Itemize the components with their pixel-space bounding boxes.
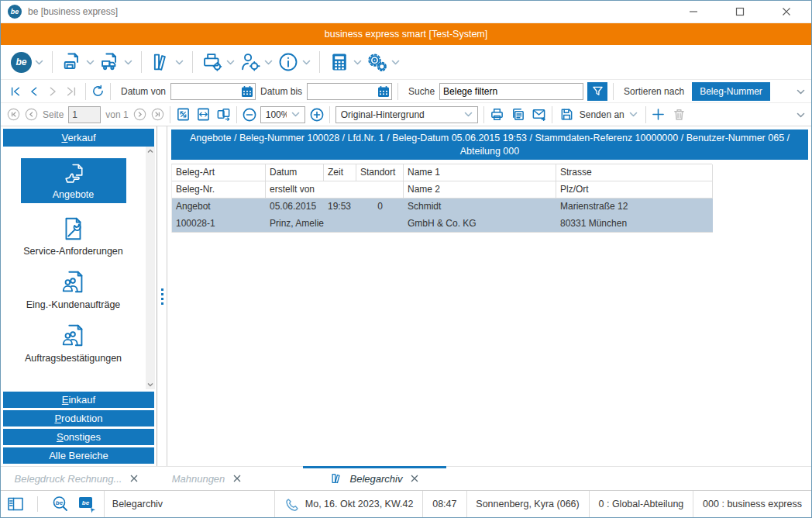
sidebar-section-einkauf[interactable]: Einkauf	[3, 392, 154, 408]
sidebar-section-label: Verkauf	[61, 132, 95, 143]
multi-page-view-button[interactable]	[216, 107, 231, 122]
scroll-up-icon[interactable]	[147, 148, 153, 154]
sidebar-item-service-anforderungen[interactable]: Service-Anforderungen	[23, 215, 123, 257]
archive-menu-button[interactable]	[148, 50, 186, 74]
table-cell-standort[interactable]: 0	[356, 199, 404, 216]
sort-by-button[interactable]: Beleg-Nummer	[692, 82, 770, 101]
svg-text:be: be	[56, 499, 64, 506]
table-cell-name1[interactable]: Schmidt	[404, 199, 556, 216]
previous-page-button[interactable]	[25, 108, 38, 121]
scroll-down-icon[interactable]	[147, 382, 153, 388]
column-header[interactable]: Name 1	[404, 164, 556, 181]
last-record-button[interactable]	[66, 86, 77, 97]
close-tab-icon[interactable]	[410, 474, 419, 483]
info-menu-button[interactable]	[275, 50, 313, 74]
column-header[interactable]: Beleg-Nr.	[172, 181, 266, 199]
next-page-button[interactable]	[133, 108, 146, 121]
books-icon	[150, 51, 172, 73]
email-button[interactable]	[532, 107, 546, 122]
phone-icon[interactable]	[284, 497, 299, 512]
sidebar-section-alle-bereiche[interactable]: Alle Bereiche	[3, 447, 154, 464]
column-header[interactable]: Plz/Ort	[556, 181, 713, 199]
sidebar-scrollbar[interactable]	[146, 147, 155, 389]
layout-panel-icon[interactable]	[7, 496, 24, 513]
print-settings-menu-button[interactable]	[199, 50, 237, 74]
sidebar-item-eing-kundenauftraege[interactable]: Eing.-Kundenaufträge	[26, 268, 121, 310]
calendar-icon[interactable]	[241, 85, 253, 98]
close-tab-icon[interactable]	[232, 474, 242, 483]
search-input[interactable]	[439, 83, 583, 100]
table-cell-datum[interactable]: 05.06.2015	[266, 199, 324, 216]
toolbar-separator	[52, 51, 53, 73]
zoom-in-button[interactable]	[310, 108, 324, 122]
be-menu-button[interactable]: be	[9, 50, 46, 74]
table-cell-erstellt-von[interactable]: Prinz, Amelie	[266, 216, 404, 233]
column-header[interactable]: Datum	[266, 164, 324, 181]
first-page-button[interactable]	[7, 108, 20, 121]
tab-label: Mahnungen	[172, 473, 225, 485]
chevron-down-icon	[302, 60, 311, 65]
document-dispatch-menu-button[interactable]	[97, 50, 135, 74]
user-settings-menu-button[interactable]	[237, 50, 275, 74]
settings-menu-button[interactable]	[364, 50, 402, 74]
close-tab-icon[interactable]	[129, 474, 139, 483]
sidebar-item-angebote[interactable]: Angebote	[21, 158, 126, 203]
maximize-button[interactable]	[735, 6, 745, 17]
column-header[interactable]: Strasse	[556, 164, 713, 181]
be-window-icon[interactable]: be	[77, 495, 98, 513]
document-print-menu-button[interactable]	[59, 50, 97, 74]
print-button[interactable]	[490, 107, 504, 122]
toolbar-separator	[192, 51, 193, 73]
fit-page-button[interactable]	[176, 107, 191, 122]
sidebar-section-verkauf[interactable]: Verkauf	[3, 129, 154, 147]
column-header[interactable]: Zeit	[324, 164, 356, 181]
background-select[interactable]: Original-Hintergrund	[335, 106, 478, 123]
fit-width-button[interactable]	[196, 107, 211, 122]
tab-belegarchiv[interactable]: Belegarchiv	[303, 467, 446, 490]
be-search-icon[interactable]: be	[51, 495, 70, 513]
first-record-button[interactable]	[10, 86, 21, 97]
column-header[interactable]: Standort	[356, 164, 404, 181]
sidebar-item-label: Auftragsbestätigungen	[25, 353, 122, 364]
zoom-level-select[interactable]: 100%	[260, 106, 305, 123]
sidebar-item-partial[interactable]	[60, 375, 88, 389]
send-to-button[interactable]: Senden an	[558, 106, 640, 123]
statusbar-date: Mo, 16. Okt 2023, KW.42	[275, 491, 423, 517]
chevron-down-icon[interactable]	[797, 112, 805, 118]
toolbar-separator	[397, 83, 398, 100]
sidebar-section-produktion[interactable]: Produktion	[3, 410, 154, 426]
table-cell-beleg-art[interactable]: Angebot	[172, 199, 266, 216]
be-logo-icon: be	[11, 52, 32, 73]
offer-document-icon	[60, 161, 87, 188]
table-cell-beleg-nr[interactable]: 100028-1	[172, 216, 266, 233]
zoom-out-button[interactable]	[243, 108, 256, 122]
chevron-down-icon	[175, 60, 184, 65]
table-cell-plz-ort[interactable]: 80331 München	[556, 216, 713, 233]
sidebar-splitter[interactable]	[157, 126, 167, 466]
previous-record-button[interactable]	[29, 86, 40, 97]
minimize-button[interactable]	[688, 6, 699, 17]
chevron-down-icon[interactable]	[797, 89, 805, 95]
add-button[interactable]	[652, 108, 665, 121]
page-number-input[interactable]	[68, 106, 101, 123]
next-record-button[interactable]	[47, 86, 58, 97]
column-header[interactable]: erstellt von	[266, 181, 404, 199]
calendar-icon[interactable]	[377, 85, 390, 98]
copy-print-button[interactable]	[511, 107, 525, 122]
sidebar-item-auftragsbestaetigungen[interactable]: Auftragsbestätigungen	[25, 322, 122, 364]
table-cell-name2[interactable]: GmbH & Co. KG	[404, 216, 556, 233]
delete-button[interactable]	[673, 108, 686, 121]
calculator-menu-button[interactable]	[326, 50, 364, 74]
table-cell-strasse[interactable]: Marienstraße 12	[556, 199, 713, 216]
tab-mahnungen[interactable]: Mahnungen	[156, 467, 258, 490]
filter-toolbar: Datum von Datum bis Suche Sortieren nach…	[1, 80, 811, 103]
table-cell-zeit[interactable]: 19:53	[324, 199, 356, 216]
last-page-button[interactable]	[151, 108, 164, 121]
sidebar-section-sonstiges[interactable]: Sonstiges	[3, 429, 154, 445]
refresh-button[interactable]	[91, 85, 105, 98]
filter-button[interactable]	[587, 82, 607, 101]
column-header[interactable]: Beleg-Art	[172, 164, 266, 181]
tab-belegdruck-rechnung[interactable]: Belegdruck Rechnung...	[7, 467, 146, 490]
close-button[interactable]	[781, 6, 792, 17]
column-header[interactable]: Name 2	[404, 181, 556, 199]
